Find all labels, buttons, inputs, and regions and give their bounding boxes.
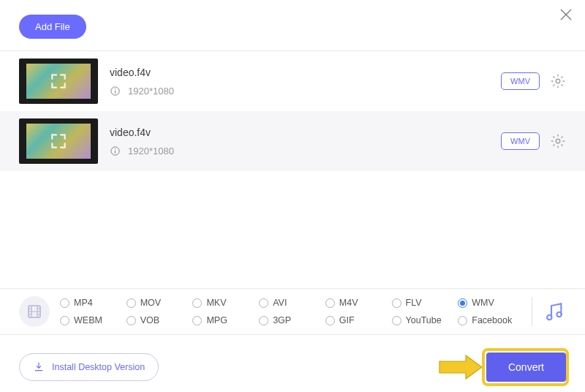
format-badge[interactable]: WMV — [501, 132, 540, 150]
radio-icon — [392, 316, 401, 325]
expand-icon — [49, 72, 68, 91]
svg-point-5 — [556, 139, 560, 143]
format-option-youtube[interactable]: YouTube — [392, 315, 456, 325]
radio-icon — [127, 316, 136, 325]
format-label: MKV — [206, 298, 226, 308]
file-dimensions: 1920*1080 — [128, 146, 174, 157]
format-option-facebook[interactable]: Facebook — [458, 315, 521, 325]
radio-icon — [192, 316, 202, 325]
video-thumbnail[interactable] — [19, 118, 98, 164]
radio-icon — [392, 298, 401, 308]
radio-icon — [60, 316, 69, 325]
svg-point-1 — [115, 88, 116, 89]
file-actions: WMV — [501, 132, 566, 150]
video-category-button[interactable] — [19, 296, 50, 327]
format-option-3gp[interactable]: 3GP — [259, 315, 322, 325]
svg-point-4 — [115, 148, 116, 149]
formats-grid: MP4MOVMKVAVIM4VFLVWMVWEBMVOBMPG3GPGIFYou… — [60, 298, 521, 325]
file-list: video.f4v 1920*1080 WMV video.f4v 1920*1… — [0, 51, 585, 171]
svg-point-7 — [547, 315, 551, 320]
settings-button[interactable] — [550, 73, 566, 89]
audio-category-button[interactable] — [543, 300, 566, 323]
format-label: VOB — [140, 315, 159, 325]
close-button[interactable] — [557, 6, 575, 23]
info-icon — [110, 86, 121, 97]
file-actions: WMV — [501, 72, 566, 90]
format-label: MOV — [140, 298, 161, 308]
format-option-gif[interactable]: GIF — [325, 315, 389, 325]
install-label: Install Desktop Version — [52, 362, 145, 372]
formats-bar: MP4MOVMKVAVIM4VFLVWMVWEBMVOBMPG3GPGIFYou… — [0, 288, 585, 335]
download-icon — [33, 361, 45, 373]
radio-icon — [325, 298, 335, 308]
arrow-icon — [438, 354, 483, 380]
convert-callout: Convert — [438, 353, 566, 382]
video-thumbnail[interactable] — [19, 59, 98, 104]
file-info-row: 1920*1080 — [110, 146, 489, 157]
header: Add File — [0, 0, 585, 51]
add-file-button[interactable]: Add File — [19, 15, 86, 39]
footer: Install Desktop Version Convert — [0, 353, 585, 382]
format-label: FLV — [406, 298, 422, 308]
radio-icon — [325, 316, 335, 325]
settings-button[interactable] — [550, 133, 566, 149]
format-badge[interactable]: WMV — [501, 72, 540, 90]
radio-icon — [458, 316, 467, 325]
format-label: M4V — [339, 298, 358, 308]
file-name: video.f4v — [110, 67, 489, 78]
svg-point-2 — [556, 79, 560, 83]
radio-icon — [192, 298, 202, 308]
format-label: WEBM — [74, 315, 102, 325]
format-option-mov[interactable]: MOV — [127, 298, 190, 308]
format-label: AVI — [273, 298, 287, 308]
file-info-row: 1920*1080 — [110, 86, 489, 97]
format-label: Facebook — [472, 315, 512, 325]
format-option-mpg[interactable]: MPG — [192, 315, 256, 325]
file-name: video.f4v — [110, 127, 489, 138]
format-option-avi[interactable]: AVI — [259, 298, 322, 308]
format-label: MP4 — [74, 298, 93, 308]
svg-point-8 — [556, 312, 561, 317]
format-option-mkv[interactable]: MKV — [192, 298, 256, 308]
close-icon — [557, 6, 575, 23]
format-label: WMV — [472, 298, 494, 308]
format-option-m4v[interactable]: M4V — [325, 298, 389, 308]
expand-icon — [49, 132, 68, 151]
radio-icon — [259, 298, 268, 308]
file-row: video.f4v 1920*1080 WMV — [0, 111, 585, 171]
file-meta: video.f4v 1920*1080 — [110, 67, 489, 97]
file-dimensions: 1920*1080 — [128, 86, 174, 97]
file-meta: video.f4v 1920*1080 — [110, 127, 489, 157]
format-label: YouTube — [406, 315, 442, 325]
format-option-webm[interactable]: WEBM — [60, 315, 124, 325]
format-label: GIF — [339, 315, 355, 325]
divider — [532, 297, 532, 326]
format-option-wmv[interactable]: WMV — [458, 298, 521, 308]
radio-icon — [458, 298, 467, 308]
film-icon — [26, 303, 43, 320]
format-label: 3GP — [273, 315, 291, 325]
radio-icon — [60, 298, 69, 308]
format-label: MPG — [206, 315, 227, 325]
file-row: video.f4v 1920*1080 WMV — [0, 51, 585, 111]
info-icon — [110, 146, 121, 157]
convert-button[interactable]: Convert — [486, 353, 566, 382]
radio-icon — [259, 316, 268, 325]
format-option-vob[interactable]: VOB — [127, 315, 190, 325]
format-option-mp4[interactable]: MP4 — [60, 298, 124, 308]
format-option-flv[interactable]: FLV — [392, 298, 456, 308]
radio-icon — [127, 298, 136, 308]
install-desktop-button[interactable]: Install Desktop Version — [19, 353, 159, 381]
